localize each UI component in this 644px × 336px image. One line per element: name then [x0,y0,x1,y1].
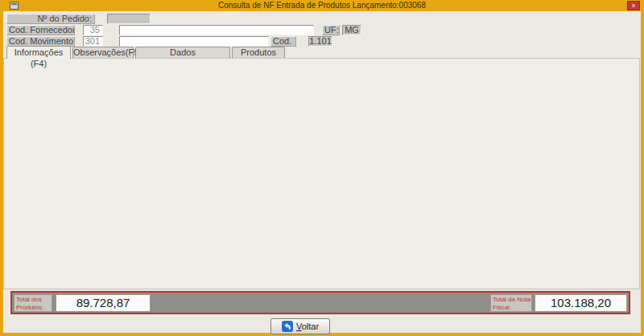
window: Consulta de NF Entrada de Produtos Lança… [0,0,644,336]
tab-observacoes[interactable]: Observações(F5) [72,47,134,58]
title-bar: Consulta de NF Entrada de Produtos Lança… [0,0,644,11]
total-nota-footer-value: 103.188,20 [535,294,627,312]
close-icon[interactable]: x [627,1,640,10]
frame-right [641,0,644,336]
voltar-button[interactable]: Voltar [270,318,330,334]
undo-arrow-icon [282,321,293,332]
movimento-code-input[interactable]: 301 [83,36,103,47]
uf-value: MG [342,25,361,35]
fornecedor-label: Cod. Fornecedor: [6,25,75,35]
total-nota-footer-label: Total da Nota Fiscal: [490,294,532,312]
tab-page-informacoes [3,58,640,289]
tab-informacoes[interactable]: Informações (F4) [6,46,71,59]
tab-produtos[interactable]: Produtos (F7) [232,47,285,58]
uf-label: UF: [322,25,340,35]
totals-bar: Total dos Produtos: 89.728,87 Total da N… [10,291,630,314]
fornecedor-code-input[interactable]: 35 [83,25,103,35]
window-title: Consulta de NF Entrada de Produtos Lança… [0,1,644,10]
pedido-label: Nº do Pedido: [6,14,95,24]
total-produtos-footer-value: 89.728,87 [56,294,151,312]
total-produtos-footer-label: Total dos Produtos: [14,294,52,312]
fornecedor-name-input[interactable] [119,25,314,35]
movimento-name-input[interactable] [119,36,269,47]
tab-dados-complementares[interactable]: Dados Complementares(F6) [135,47,230,58]
cod-label: Cod. [270,36,296,47]
pedido-field [107,14,151,24]
cod-value: 1.101 [308,36,332,47]
